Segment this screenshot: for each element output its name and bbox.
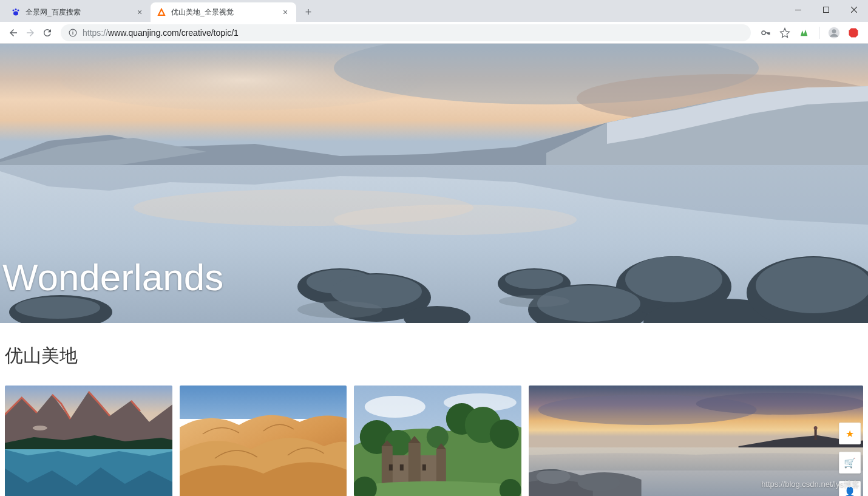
separator bbox=[819, 27, 819, 39]
tab-title: 全景网_百度搜索 bbox=[25, 7, 135, 18]
svg-point-37 bbox=[297, 301, 382, 318]
svg-point-9 bbox=[762, 31, 765, 35]
section-title: 优山美地 bbox=[0, 323, 868, 369]
svg-rect-7 bbox=[72, 32, 73, 34]
reload-button[interactable] bbox=[39, 24, 56, 41]
svg-point-50 bbox=[490, 420, 519, 449]
svg-rect-69 bbox=[529, 471, 863, 496]
svg-point-65 bbox=[813, 426, 817, 430]
page-content: Wonderlands 优山美地 bbox=[0, 44, 868, 496]
favorite-button[interactable]: ★ bbox=[839, 423, 861, 444]
baidu-favicon-icon bbox=[11, 7, 21, 17]
svg-point-4 bbox=[18, 10, 19, 12]
minimize-button[interactable] bbox=[784, 0, 812, 19]
tab-title: 优山美地_全景视觉 bbox=[171, 7, 280, 18]
svg-point-35 bbox=[625, 256, 722, 302]
svg-point-30 bbox=[15, 297, 100, 319]
gallery-thumb-4[interactable] bbox=[529, 386, 863, 496]
tab-close-icon[interactable]: × bbox=[280, 7, 290, 17]
forward-button[interactable] bbox=[22, 24, 39, 41]
svg-rect-42 bbox=[180, 386, 347, 419]
svg-rect-8 bbox=[72, 30, 73, 31]
back-button[interactable] bbox=[5, 24, 22, 41]
svg-rect-57 bbox=[400, 464, 404, 471]
close-button[interactable] bbox=[840, 0, 868, 19]
new-tab-button[interactable]: + bbox=[300, 4, 317, 21]
quanjing-favicon-icon bbox=[157, 7, 166, 17]
extension-icon[interactable] bbox=[797, 25, 812, 40]
tab-baidu[interactable]: 全景网_百度搜索 × bbox=[5, 2, 151, 22]
abp-extension-icon[interactable] bbox=[846, 25, 861, 40]
svg-point-5 bbox=[13, 12, 18, 16]
gallery-thumb-2[interactable] bbox=[180, 386, 347, 496]
url-protocol: https://www.quanjing.com/creative/topic/… bbox=[83, 28, 239, 38]
svg-point-2 bbox=[13, 10, 15, 12]
gallery-thumb-1[interactable] bbox=[5, 386, 172, 496]
star-icon: ★ bbox=[846, 428, 854, 440]
tab-strip: 全景网_百度搜索 × 优山美地_全景视觉 × + bbox=[0, 0, 868, 22]
svg-point-19 bbox=[334, 205, 577, 235]
svg-rect-55 bbox=[409, 443, 421, 486]
address-bar[interactable]: https://www.quanjing.com/creative/topic/… bbox=[61, 24, 751, 41]
hero-banner: Wonderlands bbox=[0, 44, 868, 323]
svg-rect-0 bbox=[795, 10, 801, 10]
toolbar-right bbox=[756, 25, 863, 40]
toolbar: https://www.quanjing.com/creative/topic/… bbox=[0, 22, 868, 44]
svg-rect-1 bbox=[824, 7, 829, 13]
profile-avatar-icon[interactable] bbox=[827, 25, 841, 40]
svg-point-11 bbox=[832, 29, 836, 33]
browser-chrome: 全景网_百度搜索 × 优山美地_全景视觉 × + https://www.qua… bbox=[0, 0, 868, 44]
svg-point-33 bbox=[505, 270, 563, 289]
svg-point-36 bbox=[756, 257, 868, 313]
svg-rect-64 bbox=[814, 429, 816, 440]
svg-point-63 bbox=[696, 393, 863, 415]
gallery-thumb-3[interactable] bbox=[354, 386, 521, 496]
svg-point-51 bbox=[427, 426, 449, 448]
tab-quanjing[interactable]: 优山美地_全景视觉 × bbox=[151, 2, 296, 22]
svg-point-41 bbox=[33, 426, 47, 430]
svg-point-3 bbox=[15, 8, 17, 10]
user-icon: 👤 bbox=[844, 486, 856, 497]
user-button[interactable]: 👤 bbox=[839, 481, 861, 496]
svg-rect-58 bbox=[422, 464, 426, 471]
cart-icon: 🛒 bbox=[844, 457, 856, 469]
tab-close-icon[interactable]: × bbox=[135, 7, 144, 17]
svg-marker-12 bbox=[849, 28, 858, 37]
svg-rect-56 bbox=[389, 464, 393, 471]
site-info-icon[interactable] bbox=[68, 28, 78, 38]
maximize-button[interactable] bbox=[812, 0, 840, 19]
svg-point-38 bbox=[499, 295, 569, 307]
bookmark-star-icon[interactable] bbox=[778, 25, 792, 40]
saved-password-icon[interactable] bbox=[758, 25, 773, 40]
hero-title: Wonderlands bbox=[2, 256, 223, 299]
gallery bbox=[0, 369, 868, 496]
window-controls bbox=[784, 0, 868, 19]
float-actions: ★ 🛒 👤 ▲ bbox=[839, 423, 861, 496]
cart-button[interactable]: 🛒 bbox=[839, 452, 861, 474]
svg-point-44 bbox=[365, 396, 426, 418]
svg-rect-54 bbox=[436, 449, 446, 486]
